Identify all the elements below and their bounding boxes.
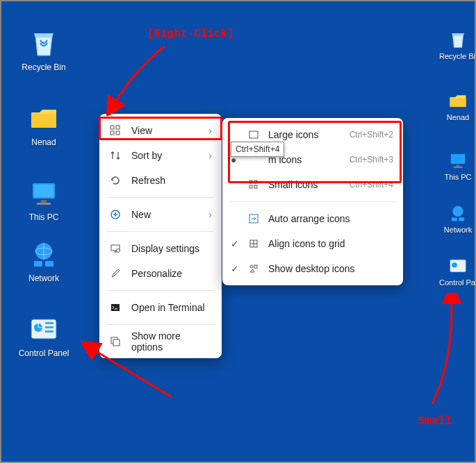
menu-label: View — [131, 125, 199, 136]
menu-item-align-grid[interactable]: ✓ Align icons to grid — [222, 231, 403, 256]
svg-rect-18 — [452, 217, 457, 221]
monitor-icon — [448, 150, 468, 171]
menu-label: Auto arrange icons — [268, 213, 393, 224]
desktop-icon-recycle-bin-small[interactable]: Recycle Bin — [439, 29, 476, 60]
tooltip-text: Ctrl+Shift+4 — [236, 144, 279, 154]
desktop-icon-nenad[interactable]: Nenad — [18, 101, 69, 147]
menu-item-personalize[interactable]: Personalize — [99, 261, 222, 286]
svg-point-41 — [250, 265, 253, 268]
desktop-icon-label: Network — [439, 226, 476, 234]
menu-item-view[interactable]: View › — [99, 118, 222, 143]
menu-item-display-settings[interactable]: Display settings — [99, 236, 222, 261]
menu-item-show-desktop-icons[interactable]: ✓ Show desktop icons — [222, 256, 403, 281]
desktop-icon-label: This PC — [439, 173, 476, 181]
menu-separator — [106, 231, 215, 232]
desktop-icon-control-panel-small[interactable]: Control Panel — [439, 255, 476, 287]
brush-icon — [109, 267, 122, 280]
desktop-icon-network-small[interactable]: Network — [439, 203, 476, 234]
display-icon — [109, 242, 122, 255]
menu-label: Personalize — [131, 268, 212, 279]
folder-icon — [448, 90, 468, 111]
network-icon — [27, 237, 60, 271]
svg-rect-34 — [254, 180, 257, 183]
menu-shortcut: Ctrl+Shift+4 — [350, 180, 393, 190]
menu-separator — [106, 197, 215, 198]
desktop-icon-this-pc[interactable]: This PC — [18, 176, 69, 222]
menu-item-sort-by[interactable]: Sort by › — [99, 143, 222, 168]
desktop-icon-nenad-small[interactable]: Nenad — [439, 90, 476, 121]
svg-rect-32 — [249, 131, 258, 138]
menu-label: Sort by — [131, 150, 199, 161]
svg-rect-35 — [249, 185, 252, 188]
check-icon: ✓ — [231, 263, 239, 274]
desktop-icon-label: Recycle Bin — [439, 52, 476, 60]
plus-circle-icon — [109, 208, 122, 221]
arrow-right-click — [102, 40, 179, 116]
check-icon: ✓ — [231, 238, 239, 249]
svg-rect-36 — [254, 185, 257, 188]
menu-label: Display settings — [131, 243, 212, 254]
menu-item-open-terminal[interactable]: Open in Terminal — [99, 295, 222, 320]
menu-label: Show desktop icons — [268, 263, 393, 274]
desktop-icon-label: Nenad — [18, 137, 69, 147]
svg-rect-22 — [110, 126, 114, 129]
desktop-context-menu: View › Sort by › Refresh New › Display s… — [99, 114, 222, 358]
svg-rect-16 — [454, 167, 463, 168]
svg-rect-33 — [249, 180, 252, 183]
recycle-bin-icon — [27, 26, 60, 60]
svg-rect-31 — [113, 339, 120, 346]
svg-rect-25 — [116, 131, 120, 135]
svg-rect-24 — [110, 131, 114, 135]
control-panel-icon — [27, 312, 60, 346]
desktop-icon-label: Nenad — [439, 113, 476, 121]
align-grid-icon — [247, 237, 260, 250]
svg-rect-42 — [254, 265, 257, 268]
desktop-icon-label: Control Panel — [439, 278, 476, 287]
desktop-icons-icon — [247, 262, 260, 275]
terminal-icon — [109, 301, 122, 314]
more-options-icon — [109, 335, 122, 348]
desktop-icon-label: Recycle Bin — [18, 62, 69, 72]
desktop-icon-recycle-bin[interactable]: Recycle Bin — [18, 26, 69, 72]
svg-point-28 — [117, 249, 120, 253]
desktop-icon-this-pc-small[interactable]: This PC — [439, 150, 476, 181]
monitor-icon — [27, 176, 60, 210]
menu-label: Open in Terminal — [131, 302, 212, 313]
svg-rect-23 — [116, 126, 120, 129]
annotation-right-click: [Right-Click] — [147, 28, 234, 40]
menu-item-small-icons[interactable]: Small icons Ctrl+Shift+4 — [222, 172, 403, 197]
svg-rect-14 — [451, 154, 465, 164]
desktop-icon-control-panel[interactable]: Control Panel — [18, 312, 69, 358]
chevron-right-icon: › — [208, 209, 212, 220]
svg-rect-19 — [459, 217, 464, 221]
svg-rect-13 — [45, 330, 54, 332]
svg-rect-29 — [111, 304, 120, 311]
arrow-small-icons — [418, 293, 467, 411]
small-grid-icon — [247, 178, 260, 191]
menu-item-new[interactable]: New › — [99, 202, 222, 227]
desktop-icon-label: This PC — [18, 212, 69, 222]
desktop-icon-network[interactable]: Network — [18, 237, 69, 283]
svg-rect-7 — [34, 261, 42, 267]
svg-rect-1 — [34, 185, 54, 197]
network-icon — [448, 203, 468, 224]
chevron-right-icon: › — [208, 125, 212, 136]
large-rect-icon — [247, 128, 260, 141]
menu-label: Show more options — [131, 330, 212, 353]
folder-icon — [27, 101, 60, 135]
menu-shortcut: Ctrl+Shift+3 — [350, 155, 393, 165]
menu-separator — [106, 324, 215, 325]
desktop-icon-label: Control Panel — [18, 348, 69, 358]
grid-icon — [109, 124, 122, 137]
desktop-icon-label: Network — [18, 273, 69, 283]
menu-separator — [229, 201, 396, 202]
refresh-icon — [109, 174, 122, 187]
menu-item-refresh[interactable]: Refresh — [99, 168, 222, 193]
menu-item-show-more[interactable]: Show more options — [99, 329, 222, 354]
menu-label: Small icons — [268, 179, 334, 190]
svg-rect-12 — [45, 326, 54, 328]
svg-rect-3 — [37, 203, 51, 205]
menu-label: New — [131, 209, 199, 220]
menu-label: Refresh — [131, 175, 212, 186]
menu-item-auto-arrange[interactable]: Auto arrange icons — [222, 206, 403, 231]
